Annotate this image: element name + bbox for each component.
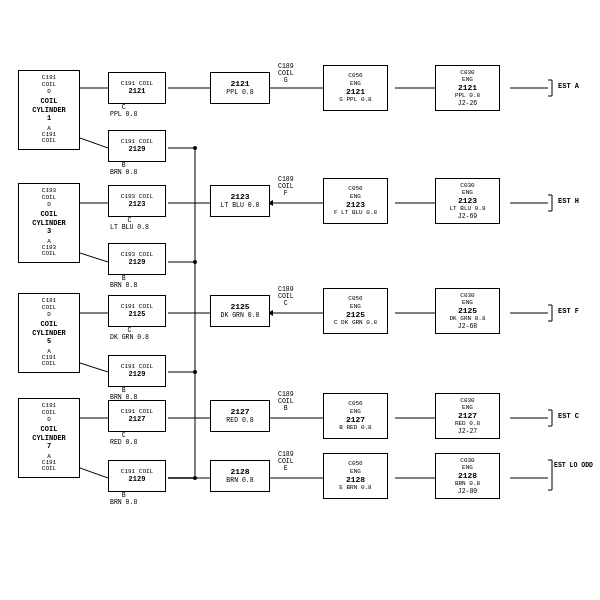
label-c191-2129-4-wire: BBRN 0.8 — [110, 492, 137, 506]
label-c193-2123-wire: CLT BLU 0.8 — [110, 217, 149, 231]
label-c193-2129-wire: BBRN 0.8 — [110, 275, 137, 289]
label-c191-2125-wire: CDK GRN 0.8 — [110, 327, 149, 341]
c189-coil-label-1: C189COILG — [278, 63, 294, 84]
mid-2125: 2125 DK GRN 0.8 — [210, 295, 270, 327]
svg-line-3 — [80, 253, 108, 262]
cc3-d-label: D — [47, 201, 51, 208]
cc7-top-label: C191COIL — [42, 403, 56, 416]
c189-coil-label-2: C189COILF — [278, 176, 294, 197]
cc7-bot-label: C191COIL — [42, 460, 56, 473]
est-a-label: EST A — [558, 82, 579, 90]
cc1-bot-label: C191COIL — [42, 132, 56, 145]
svg-line-7 — [80, 468, 108, 478]
cc7-main: COILCYLINDER7 — [32, 425, 66, 450]
c030-2128: C030ENG 2128 BRN 0.8 J2-80 — [435, 453, 500, 499]
conn-c191-2129-3: C191 COIL 2129 — [108, 355, 166, 387]
junction-dot-3 — [193, 370, 197, 374]
coil-cylinder-5: C191COIL D COILCYLINDER5 A C191COIL — [18, 293, 80, 373]
label-c191-2127-wire: CRED 0.8 — [110, 432, 137, 446]
svg-line-1 — [80, 138, 108, 148]
label-c191-2129-1-wire: BBRN 0.8 — [110, 162, 137, 176]
c030-2125: C030ENG 2125 DK GRN 0.8 J2-68 — [435, 288, 500, 334]
c189-coil-label-3: C189COILC — [278, 286, 294, 307]
mid-2123: 2123 LT BLU 0.8 — [210, 185, 270, 217]
conn-c191-2125: C191 COIL 2125 — [108, 295, 166, 327]
cc3-main: COILCYLINDER3 — [32, 210, 66, 235]
svg-line-5 — [80, 363, 108, 372]
c056-2128: C056ENG 2128 E BRN 0.8 — [323, 453, 388, 499]
c189-coil-label-4: C189COILB — [278, 391, 294, 412]
c056-2123: C056ENG 2123 F LT BLU 0.8 — [323, 178, 388, 224]
conn-c191-2121: C191 COIL 2121 — [108, 72, 166, 104]
est-f-label: EST F — [558, 307, 579, 315]
est-c-label: EST C — [558, 412, 579, 420]
cc5-top-label: C191COIL — [42, 298, 56, 311]
mid-2121: 2121 PPL 0.8 — [210, 72, 270, 104]
cc1-d-label: D — [47, 88, 51, 95]
est-h-label: EST H — [558, 197, 579, 205]
c056-2125: C056ENG 2125 C DK GRN 0.8 — [323, 288, 388, 334]
cc3-top-label: C193COIL — [42, 188, 56, 201]
cc7-d-label: D — [47, 416, 51, 423]
coil-cylinder-3: C193COIL D COILCYLINDER3 A C193COIL — [18, 183, 80, 263]
cc3-bot-label: C193COIL — [42, 245, 56, 258]
c056-2127: C056ENG 2127 B RED 0.8 — [323, 393, 388, 439]
c030-2123: C030ENG 2123 LT BLU 0.8 J2-69 — [435, 178, 500, 224]
conn-c193-2123: C193 COIL 2123 — [108, 185, 166, 217]
junction-dot-1 — [193, 146, 197, 150]
cc1-main: COILCYLINDER1 — [32, 97, 66, 122]
cc5-main: COILCYLINDER5 — [32, 320, 66, 345]
c030-2121: C030ENG 2121 PPL 0.8 J2-26 — [435, 65, 500, 111]
c056-2121: C056ENG 2121 G PPL 0.8 — [323, 65, 388, 111]
coil-cylinder-1: C191COIL D COILCYLINDER1 A C191COIL — [18, 70, 80, 150]
junction-dot-4 — [193, 476, 197, 480]
wiring-diagram: C191COIL D COILCYLINDER1 A C191COIL C193… — [0, 0, 600, 600]
coil-cylinder-7: C191COIL D COILCYLINDER7 A C191COIL — [18, 398, 80, 478]
conn-c191-2129-4: C191 COIL 2129 — [108, 460, 166, 492]
cc5-d-label: D — [47, 311, 51, 318]
conn-c191-2129-1: C191 COIL 2129 — [108, 130, 166, 162]
conn-c193-2129: C193 COIL 2129 — [108, 243, 166, 275]
junction-dot-2 — [193, 260, 197, 264]
mid-2128: 2128 BRN 0.8 — [210, 460, 270, 492]
mid-2127: 2127 RED 0.8 — [210, 400, 270, 432]
cc5-bot-label: C191COIL — [42, 355, 56, 368]
c030-2127: C030ENG 2127 RED 0.8 J2-27 — [435, 393, 500, 439]
est-lo-label: EST LO ODD — [554, 462, 593, 469]
cc1-top-label: C191COIL — [42, 75, 56, 88]
c189-coil-label-5: C189COILE — [278, 451, 294, 472]
conn-c191-2127: C191 COIL 2127 — [108, 400, 166, 432]
label-c191-2121-wire: CPPL 0.8 — [110, 104, 137, 118]
wire-svg — [0, 0, 600, 600]
